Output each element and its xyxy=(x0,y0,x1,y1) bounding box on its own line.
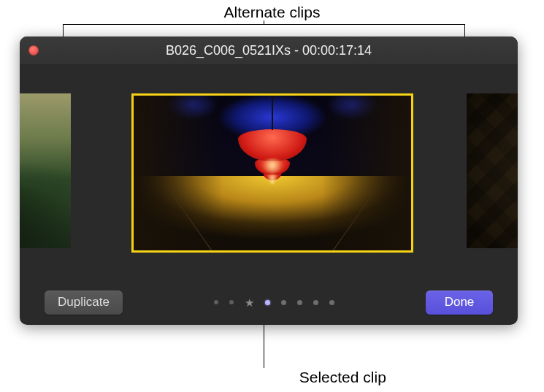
window-title: B026_C006_0521IXs - 00:00:17:14 xyxy=(20,43,518,58)
callout-line xyxy=(63,24,465,25)
callout-selected-clip: Selected clip xyxy=(299,369,386,386)
thumb-wall xyxy=(322,96,411,250)
pager-dot[interactable] xyxy=(297,300,302,305)
pager-favorite-icon[interactable]: ★ xyxy=(245,297,254,308)
clip-page-indicator[interactable]: ★ xyxy=(214,297,334,308)
callout-alternate-clips: Alternate clips xyxy=(224,4,321,21)
selected-clip[interactable] xyxy=(131,93,413,253)
titlebar[interactable]: B026_C006_0521IXs - 00:00:17:14 xyxy=(20,36,518,64)
clip-thumbnail xyxy=(20,93,71,248)
pager-dot-active[interactable] xyxy=(265,300,270,305)
alternate-clip-left[interactable] xyxy=(20,93,71,248)
pager-dot[interactable] xyxy=(281,300,286,305)
clip-thumbnail xyxy=(134,96,411,250)
pager-dot[interactable] xyxy=(329,300,334,305)
controls-bar: Duplicate ★ Done xyxy=(20,280,518,325)
done-button[interactable]: Done xyxy=(426,291,493,315)
thumb-wall xyxy=(134,96,223,250)
close-icon[interactable] xyxy=(28,45,39,55)
pager-dot[interactable] xyxy=(214,300,218,304)
audition-window: B026_C006_0521IXs - 00:00:17:14 xyxy=(20,36,518,325)
pager-dot[interactable] xyxy=(313,300,318,305)
alternate-clip-right[interactable] xyxy=(467,93,518,248)
duplicate-button[interactable]: Duplicate xyxy=(45,291,123,315)
clips-filmstrip[interactable] xyxy=(20,64,518,280)
pager-dot[interactable] xyxy=(229,300,234,304)
clip-thumbnail xyxy=(467,93,518,248)
thumb-lamp xyxy=(238,129,307,161)
